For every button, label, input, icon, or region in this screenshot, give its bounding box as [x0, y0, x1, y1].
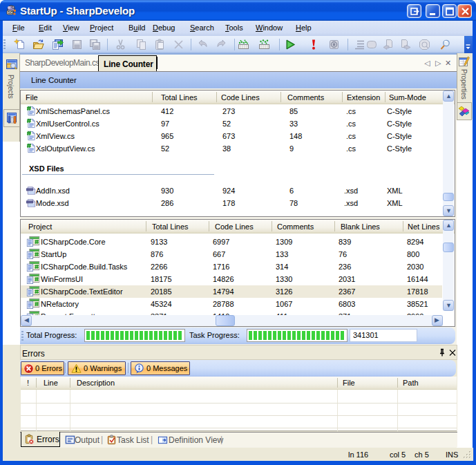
svg-text:SD: SD: [8, 10, 14, 15]
